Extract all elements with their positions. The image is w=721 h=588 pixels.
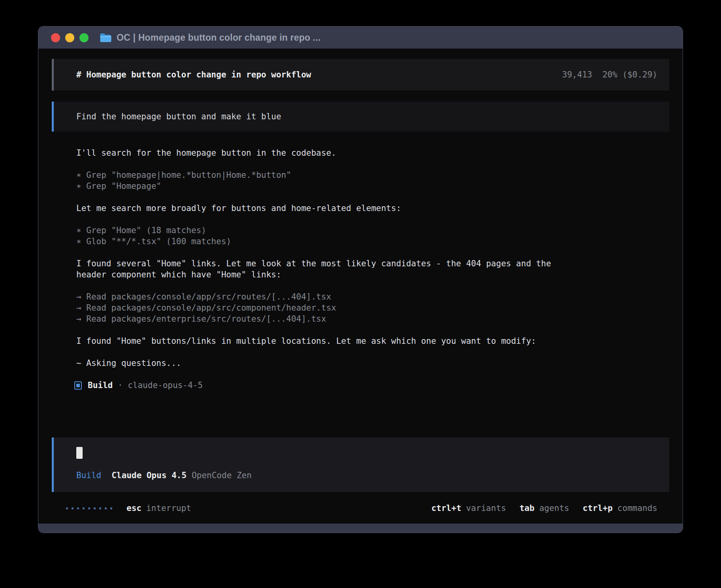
assistant-text-line: I'll search for the homepage button in t…	[76, 147, 669, 158]
tool-call-line: ∗ Glob "**/*.tsx" (100 matches)	[76, 236, 669, 247]
assistant-text: Let me search more broadly for buttons a…	[76, 203, 669, 214]
user-message-text: Find the homepage button and make it blu…	[76, 112, 281, 121]
status-separator	[113, 380, 118, 391]
assistant-text: I found "Home" buttons/links in multiple…	[76, 335, 669, 347]
assistant-text-line: Let me search more broadly for buttons a…	[76, 203, 669, 214]
input-area: Build Claude Opus 4.5 OpenCode Zen esc i…	[52, 437, 669, 513]
context-cost: 20% ($0.29)	[602, 70, 657, 79]
agent-model: claude-opus-4-5	[128, 380, 203, 391]
hint-label: variants	[466, 503, 506, 513]
spinner-dot	[88, 507, 90, 509]
spinner-dot	[110, 507, 112, 509]
tool-call-line: → Read packages/console/app/src/componen…	[76, 302, 669, 313]
assistant-text-line: I found "Home" buttons/links in multiple…	[76, 335, 669, 347]
close-button[interactable]	[51, 33, 60, 42]
agent-name: Build	[88, 380, 113, 391]
window-controls	[51, 33, 89, 42]
assistant-text: I'll search for the homepage button in t…	[76, 147, 669, 158]
minimize-button[interactable]	[65, 33, 74, 42]
tool-call-line: → Read packages/enterprise/src/routes/[.…	[76, 313, 669, 324]
status-bar-hints: ctrl+tvariantstabagentsctrl+pcommands	[431, 503, 657, 513]
input-agent-label: Build	[76, 470, 101, 481]
esc-key: esc	[126, 503, 142, 513]
tool-call-group: ∗ Grep "homepage|home.*button|Home.*butt…	[76, 170, 669, 192]
spinner-dot	[66, 507, 68, 509]
hint-label: agents	[539, 503, 569, 513]
assistant-text-line: header component which have "Home" links…	[76, 269, 669, 280]
user-message: Find the homepage button and make it blu…	[52, 102, 669, 132]
hint-key: ctrl+p	[583, 503, 613, 513]
tool-call-line: ∗ Grep "Home" (18 matches)	[76, 225, 669, 236]
hint-agents: tabagents	[519, 503, 569, 513]
text-cursor	[76, 447, 83, 459]
hint-commands: ctrl+pcommands	[583, 503, 657, 513]
agent-status-line: Build · claude-opus-4-5	[52, 380, 669, 391]
assistant-text-line: ~ Asking questions...	[76, 358, 669, 369]
input-meta-row: Build Claude Opus 4.5 OpenCode Zen	[76, 470, 657, 481]
session-header: # Homepage button color change in repo w…	[52, 59, 669, 90]
folder-icon	[100, 33, 112, 43]
spinner-dot	[99, 507, 101, 509]
token-count: 39,413	[562, 70, 592, 79]
window-title-bar[interactable]: OC | Homepage button color change in rep…	[38, 26, 683, 49]
spinner-dot	[83, 507, 85, 509]
input-model-label: Claude Opus 4.5	[111, 470, 187, 481]
hint-variants: ctrl+tvariants	[431, 503, 506, 513]
message-input[interactable]: Build Claude Opus 4.5 OpenCode Zen	[52, 437, 669, 492]
spinner-dot	[72, 507, 74, 509]
terminal-content: # Homepage button color change in repo w…	[38, 49, 683, 524]
input-provider-label: OpenCode Zen	[192, 470, 252, 481]
status-bar: esc interrupt ctrl+tvariantstabagentsctr…	[52, 503, 669, 513]
tool-call-group: → Read packages/console/app/src/routes/[…	[76, 291, 669, 324]
window-footer	[38, 524, 683, 533]
tool-call-line: → Read packages/console/app/src/routes/[…	[76, 291, 669, 302]
tool-call-group: ∗ Grep "Home" (18 matches)∗ Glob "**/*.t…	[76, 225, 669, 247]
status-bar-left: esc interrupt	[66, 503, 191, 513]
hint-key: tab	[519, 503, 534, 513]
hint-label: commands	[617, 503, 657, 513]
spinner-dots-icon	[66, 507, 112, 509]
spinner-dot	[105, 507, 107, 509]
hint-key: ctrl+t	[431, 503, 461, 513]
status-separator-dot: ·	[118, 380, 123, 391]
session-title: # Homepage button color change in repo w…	[76, 70, 311, 79]
terminal-window: OC | Homepage button color change in rep…	[38, 26, 683, 533]
assistant-text-line: I found several "Home" links. Let me loo…	[76, 258, 669, 269]
agent-build-icon	[74, 381, 82, 390]
window-title: OC | Homepage button color change in rep…	[117, 32, 321, 43]
assistant-text: ~ Asking questions...	[76, 358, 669, 369]
session-stats: 39,413 20% ($0.29)	[562, 70, 657, 79]
status-model	[123, 380, 128, 391]
esc-label: interrupt	[146, 503, 191, 513]
assistant-text: I found several "Home" links. Let me loo…	[76, 258, 669, 280]
spinner-dot	[77, 507, 79, 509]
tool-call-line: ∗ Grep "Homepage"	[76, 181, 669, 192]
tool-call-line: ∗ Grep "homepage|home.*button|Home.*butt…	[76, 170, 669, 181]
spinner-dot	[94, 507, 96, 509]
conversation: I'll search for the homepage button in t…	[52, 147, 669, 380]
zoom-button[interactable]	[79, 33, 89, 42]
